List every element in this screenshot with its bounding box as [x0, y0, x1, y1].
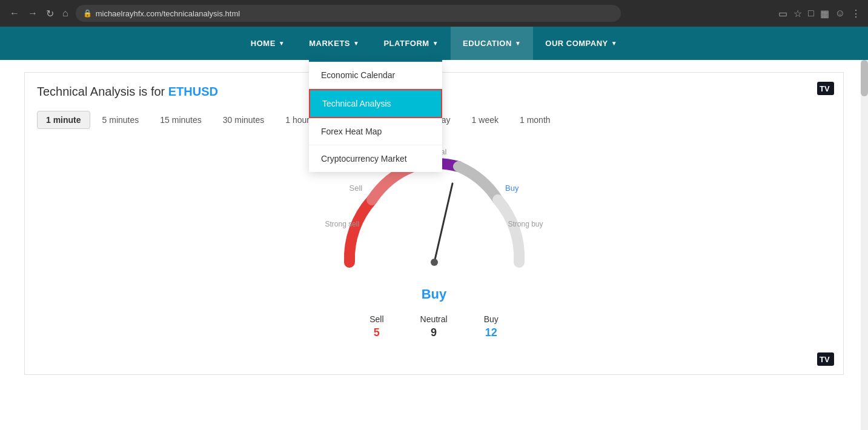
address-bar[interactable]: 🔒 michaelrayhfx.com/technicalanalysis.ht… [76, 5, 621, 22]
gauge-strong-sell-label: Strong sell [325, 220, 360, 228]
split-view-icon[interactable]: ▦ [820, 8, 829, 19]
score-neutral-value: 9 [420, 326, 448, 339]
tradingview-logo: TV [817, 82, 834, 98]
score-neutral-label: Neutral [420, 314, 448, 324]
browser-actions: ▭ ☆ □ ▦ ☺ ⋮ [778, 8, 861, 19]
dropdown-technical-analysis[interactable]: Technical Analysis [309, 89, 442, 118]
gauge-buy-label: Buy [505, 184, 518, 193]
interval-30-minutes[interactable]: 30 minutes [214, 111, 273, 129]
gauge-result: Buy [422, 286, 447, 302]
tradingview-logo-bottom: TV [817, 352, 834, 368]
dropdown-cryptocurrency-market[interactable]: Cryptocurrency Market [309, 145, 442, 172]
scrollbar[interactable] [861, 60, 868, 430]
svg-text:TV: TV [820, 355, 830, 364]
score-sell-col: Sell 5 [369, 314, 383, 339]
scrollbar-thumb[interactable] [861, 60, 868, 96]
url-text: michaelrayhfx.com/technicalanalysis.html [96, 9, 240, 18]
symbol-name: ETHUSD [168, 85, 218, 98]
home-button[interactable]: ⌂ [60, 7, 71, 20]
svg-point-3 [431, 259, 438, 266]
nav-platform-label: PLATFORM [383, 39, 429, 48]
interval-1-minute[interactable]: 1 minute [37, 111, 90, 129]
education-dropdown: Economic Calendar Technical Analysis For… [309, 60, 442, 172]
back-button[interactable]: ← [7, 7, 22, 20]
score-table: Sell 5 Neutral 9 Buy 12 [369, 314, 499, 339]
nav-markets-label: MARKETS [309, 39, 350, 48]
nav-our-company-chevron: ▼ [611, 40, 617, 47]
nav-education-label: EDUCATION [463, 39, 512, 48]
nav-our-company-label: OUR COMPANY [545, 39, 608, 48]
extensions-icon[interactable]: □ [808, 8, 814, 19]
forward-button[interactable]: → [25, 7, 40, 20]
dropdown-economic-calendar[interactable]: Economic Calendar [309, 62, 442, 89]
nav-education-chevron: ▼ [515, 40, 521, 47]
score-neutral-col: Neutral 9 [420, 314, 448, 339]
svg-text:TV: TV [820, 84, 830, 93]
score-sell-value: 5 [369, 326, 383, 339]
dropdown-forex-heat-map[interactable]: Forex Heat Map [309, 118, 442, 145]
nav-markets-chevron: ▼ [353, 40, 359, 47]
browser-nav-buttons: ← → ↻ ⌂ [7, 7, 71, 21]
title-prefix: is for [139, 85, 165, 98]
profile-icon[interactable]: ☺ [835, 8, 845, 19]
nav-our-company[interactable]: OUR COMPANY ▼ [533, 27, 629, 60]
reload-button[interactable]: ↻ [44, 7, 56, 21]
security-icon: 🔒 [83, 9, 92, 18]
score-buy-value: 12 [484, 326, 499, 339]
cast-icon[interactable]: ▭ [778, 8, 787, 19]
gauge-area: Neutral Sell Buy Strong sell Strong buy [37, 147, 831, 339]
navbar: HOME ▼ MARKETS ▼ PLATFORM ▼ EDUCATION ▼ … [0, 27, 868, 60]
interval-5-minutes[interactable]: 5 minutes [93, 111, 148, 129]
nav-home-label: HOME [251, 39, 276, 48]
interval-1-month[interactable]: 1 month [511, 111, 560, 129]
nav-home-chevron: ▼ [279, 40, 285, 47]
gauge-sell-label: Sell [350, 184, 363, 193]
score-sell-label: Sell [369, 314, 383, 324]
nav-education[interactable]: EDUCATION ▼ [451, 27, 533, 60]
browser-chrome: ← → ↻ ⌂ 🔒 michaelrayhfx.com/technicalana… [0, 0, 868, 27]
nav-markets[interactable]: MARKETS ▼ [297, 27, 371, 60]
menu-icon[interactable]: ⋮ [851, 8, 861, 19]
nav-platform[interactable]: PLATFORM ▼ [371, 27, 451, 60]
bookmark-icon[interactable]: ☆ [793, 8, 802, 19]
score-buy-label: Buy [484, 314, 499, 324]
interval-1-week[interactable]: 1 week [463, 111, 508, 129]
interval-15-minutes[interactable]: 15 minutes [151, 111, 210, 129]
score-buy-col: Buy 12 [484, 314, 499, 339]
nav-home[interactable]: HOME ▼ [239, 27, 297, 60]
gauge-strong-buy-label: Strong buy [508, 220, 543, 228]
nav-platform-chevron: ▼ [432, 40, 439, 47]
svg-line-2 [434, 184, 452, 262]
